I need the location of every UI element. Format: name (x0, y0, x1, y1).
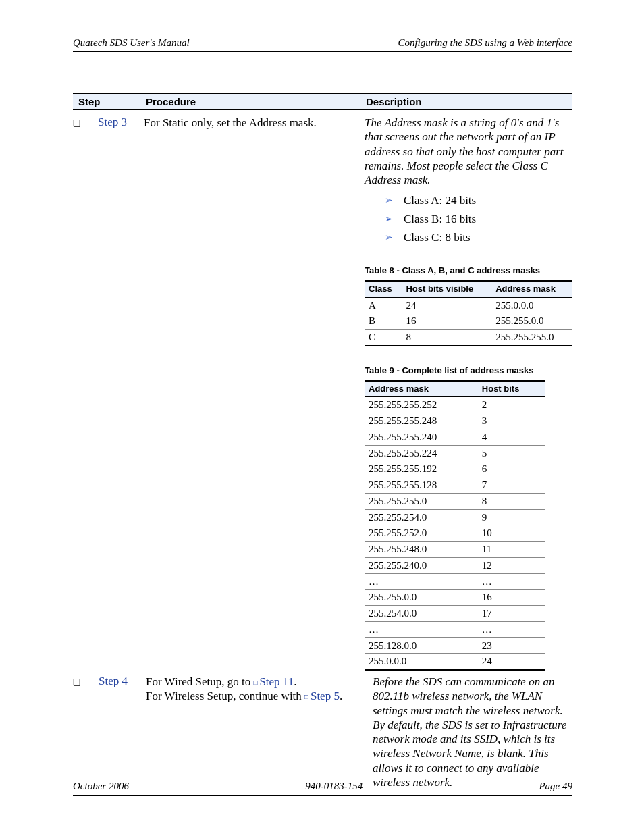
table-row: Class Host bits visible Address mask (365, 281, 572, 297)
step-4-row: ❑ Step 4 For Wired Setup, go to □ Step 1… (73, 671, 572, 789)
step-4-description: Before the SDS can communicate on an 802… (373, 675, 572, 789)
step-3-label: Step 3 (98, 115, 144, 671)
document-page: Quatech SDS User's Manual Configuring th… (0, 0, 644, 834)
table-9-h1: Host bits (478, 381, 545, 397)
step-4-label: Step 4 (99, 675, 146, 789)
table-8-h1: Host bits visible (402, 281, 491, 297)
checkbox-icon: ❑ (73, 115, 98, 671)
section-bottom-rule (73, 795, 572, 796)
link-step-11[interactable]: □ Step 11 (254, 675, 294, 688)
table-row: 255.255.255.2245 (365, 445, 545, 461)
header-left: Quatech SDS User's Manual (73, 37, 190, 49)
col-head-step: Step (78, 96, 146, 107)
table-row: 255.0.0.024 (365, 654, 545, 670)
step-3-desc-text: The Address mask is a string of 0's and … (365, 116, 564, 186)
table-row: 255.255.248.011 (365, 542, 545, 558)
table-row: 255.254.0.017 (365, 606, 545, 622)
table-9-caption: Table 9 - Complete list of address masks (365, 365, 572, 376)
footer-pagenum: Page 49 (539, 781, 572, 792)
table-row: 255.255.255.2522 (365, 397, 545, 413)
table-8-h2: Address mask (491, 281, 572, 297)
footer-date: October 2006 (73, 781, 129, 792)
step-3-procedure: For Static only, set the Address mask. (144, 115, 365, 671)
step-3-description: The Address mask is a string of 0's and … (365, 115, 572, 671)
main-table-header: Step Procedure Description (73, 93, 572, 110)
table-row: Address mask Host bits (365, 381, 545, 397)
table-row: 255.255.255.08 (365, 493, 545, 509)
table-row: 255.255.255.1287 (365, 477, 545, 494)
table-row: 255.255.255.1926 (365, 461, 545, 477)
col-head-procedure: Procedure (146, 96, 366, 107)
table-row: B16255.255.0.0 (365, 313, 572, 330)
table-row: 255.128.0.023 (365, 637, 545, 654)
table-row: C8255.255.255.0 (365, 330, 572, 346)
link-step-5[interactable]: □ Step 5 (304, 689, 340, 702)
link-box-icon: □ (304, 693, 311, 700)
checkbox-icon: ❑ (73, 675, 99, 789)
table-8: Class Host bits visible Address mask A24… (365, 280, 572, 346)
table-row: …… (365, 573, 545, 590)
class-bullets: Class A: 24 bits Class B: 16 bits Class … (365, 191, 572, 246)
table-row: 255.255.252.010 (365, 525, 545, 542)
table-row: 255.255.240.012 (365, 557, 545, 573)
step-4-procedure: For Wired Setup, go to □ Step 11. For Wi… (146, 675, 373, 789)
footer-docnum: 940-0183-154 (305, 781, 363, 792)
table-8-h0: Class (365, 281, 402, 297)
table-9: Address mask Host bits 255.255.255.2522 … (365, 380, 545, 671)
running-header: Quatech SDS User's Manual Configuring th… (73, 37, 572, 52)
header-right: Configuring the SDS using a Web interfac… (398, 37, 572, 49)
bullet-class-c: Class C: 8 bits (385, 228, 572, 246)
bullet-class-a: Class A: 24 bits (385, 191, 572, 209)
bullet-class-b: Class B: 16 bits (385, 210, 572, 228)
table-9-h0: Address mask (365, 381, 478, 397)
table-row: 255.255.254.09 (365, 509, 545, 525)
page-footer: October 2006 940-0183-154 Page 49 (73, 779, 572, 792)
table-row: …… (365, 621, 545, 637)
table-row: 255.255.255.2483 (365, 413, 545, 429)
step-4-desc-text: Before the SDS can communicate on an 802… (373, 675, 566, 789)
table-row: A24255.0.0.0 (365, 297, 572, 313)
table-row: 255.255.0.016 (365, 590, 545, 606)
table-row: 255.255.255.2404 (365, 429, 545, 445)
col-head-description: Description (366, 96, 572, 107)
step-3-row: ❑ Step 3 For Static only, set the Addres… (73, 110, 572, 671)
table-8-caption: Table 8 - Class A, B, and C address mask… (365, 265, 572, 276)
